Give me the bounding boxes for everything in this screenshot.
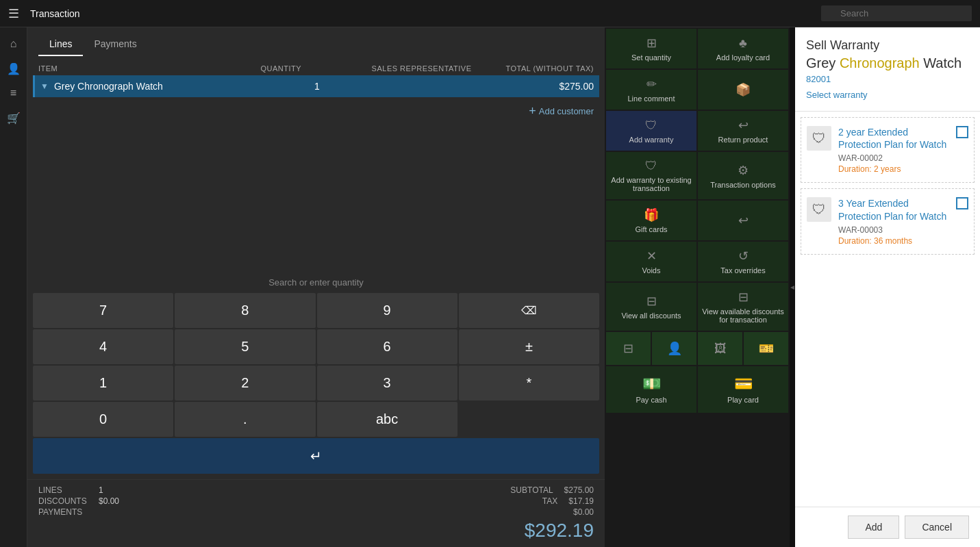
action-row-7: ⊟ View all discounts ⊟ View available di… [606, 283, 788, 331]
panel-divider[interactable]: ◄ [790, 27, 795, 547]
sidebar-home-icon[interactable]: ⌂ [3, 33, 25, 55]
numpad-5[interactable]: 5 [175, 329, 315, 364]
discounts-label: DISCOUNTS [38, 496, 93, 506]
numpad-9[interactable]: 9 [317, 293, 457, 328]
tax-overrides-icon: ↺ [738, 249, 749, 264]
left-sidebar: ⌂ 👤 ≡ 🛒 [0, 27, 27, 547]
warranty-checkbox-2[interactable] [956, 197, 968, 209]
add-customer-button[interactable]: + Add customer [33, 99, 599, 124]
col-total: TOTAL (WITHOUT TAX) [483, 64, 594, 73]
package-icon: 📦 [736, 82, 751, 97]
action-row-5: 🎁 Gift cards ↩ [606, 201, 788, 240]
add-warranty-existing-icon: 🛡 [645, 159, 657, 173]
return-product-button[interactable]: ↩ Return product [698, 111, 788, 151]
col-sales-rep: SALES REPRESENTATIVE [372, 64, 483, 73]
numpad-abc[interactable]: abc [317, 402, 457, 437]
tax-overrides-button[interactable]: ↺ Tax overrides [698, 242, 788, 281]
numpad-2[interactable]: 2 [175, 366, 315, 400]
numpad-plusminus[interactable]: ± [459, 329, 599, 364]
table-row[interactable]: ▼ Grey Chronograph Watch 1 $275.00 [33, 75, 599, 97]
sidebar-list-icon[interactable]: ≡ [3, 82, 25, 104]
warranty-duration-2: Duration: 36 months [838, 236, 949, 246]
numpad-star[interactable]: * [459, 366, 599, 400]
icon-btn-1[interactable]: ⊟ [606, 332, 651, 365]
action-row-6: ✕ Voids ↺ Tax overrides [606, 242, 788, 281]
icon-btn-3[interactable]: 🖼 [698, 332, 742, 365]
pay-card-button[interactable]: 💳 Play card [698, 366, 788, 413]
panel-title: Sell Warranty [806, 38, 969, 53]
gift-cards-button[interactable]: 🎁 Gift cards [606, 201, 696, 240]
warranty-info-1: 2 year Extended Protection Plan for Watc… [838, 126, 949, 174]
sidebar-user-icon[interactable]: 👤 [3, 58, 25, 79]
pay-cash-button[interactable]: 💵 Pay cash [606, 366, 696, 413]
item-price-cell: $275.00 [483, 81, 594, 92]
app-title: Transaction [30, 8, 810, 19]
voids-button[interactable]: ✕ Voids [606, 242, 696, 281]
numpad-6[interactable]: 6 [317, 329, 457, 364]
icon-btn-4[interactable]: 🎫 [744, 332, 788, 365]
warranty-info-2: 3 Year Extended Protection Plan for Watc… [838, 197, 949, 245]
warranty-item-2: 🛡 3 Year Extended Protection Plan for Wa… [801, 188, 975, 254]
voids-icon: ✕ [646, 249, 657, 264]
icon-btn-2[interactable]: 👤 [652, 332, 696, 365]
tab-payments[interactable]: Payments [83, 33, 147, 56]
add-loyalty-card-button[interactable]: ♣ Add loyalty card [698, 29, 788, 68]
sidebar-cart-icon[interactable]: 🛒 [3, 107, 25, 129]
search-input[interactable] [821, 5, 972, 21]
subtotal-label: SUBTOTAL [510, 485, 553, 495]
chevron-down-icon: ▼ [40, 81, 49, 91]
right-panel: Sell Warranty Grey Chronograph Watch 820… [795, 27, 980, 547]
amount-due: $292.19 [318, 520, 594, 542]
right-panel-header: Sell Warranty Grey Chronograph Watch 820… [795, 27, 980, 112]
numpad-0[interactable]: 0 [33, 402, 173, 437]
topbar: ☰ Transaction 🔍 [0, 0, 980, 27]
pay-row: 💵 Pay cash 💳 Play card [606, 366, 788, 413]
add-button[interactable]: Add [848, 516, 899, 539]
numpad-4[interactable]: 4 [33, 329, 173, 364]
numpad-grid: 7 8 9 ⌫ 4 5 6 ± 1 2 3 * 0 . abc ↵ [33, 293, 599, 474]
cancel-button[interactable]: Cancel [905, 516, 969, 539]
action-panel: ⊞ Set quantity ♣ Add loyalty card ✏ Line… [605, 27, 790, 547]
line-comment-button[interactable]: ✏ Line comment [606, 70, 696, 110]
add-warranty-icon: 🛡 [645, 118, 657, 133]
numpad-7[interactable]: 7 [33, 293, 173, 328]
table-header: ITEM QUANTITY SALES REPRESENTATIVE TOTAL… [33, 62, 599, 75]
warranty-checkbox-1[interactable] [956, 126, 968, 138]
view-available-discounts-button[interactable]: ⊟ View available discounts for transacti… [698, 283, 788, 331]
numpad-dot[interactable]: . [175, 402, 315, 437]
numpad-3[interactable]: 3 [317, 366, 457, 400]
set-quantity-button[interactable]: ⊞ Set quantity [606, 29, 696, 68]
warranty-icon-2: 🛡 [807, 197, 831, 222]
numpad-area: Search or enter quantity 7 8 9 ⌫ 4 5 6 ±… [27, 272, 605, 479]
tabs: Lines Payments [27, 27, 605, 56]
menu-icon[interactable]: ☰ [8, 6, 19, 21]
numpad-1[interactable]: 1 [33, 366, 173, 400]
action-row-2: ✏ Line comment 📦 [606, 70, 788, 110]
search-wrap: 🔍 [821, 5, 972, 21]
pay-cash-icon: 💵 [642, 375, 661, 393]
payments-label: PAYMENTS [38, 507, 93, 517]
icon-row: ⊟ 👤 🖼 🎫 [606, 332, 788, 365]
numpad-enter[interactable]: ↵ [33, 438, 599, 474]
lines-label: LINES [38, 485, 93, 495]
transaction-options-button[interactable]: ⚙ Transaction options [698, 152, 788, 199]
view-all-discounts-button[interactable]: ⊟ View all discounts [606, 283, 696, 331]
numpad-label: Search or enter quantity [33, 277, 599, 288]
add-warranty-existing-button[interactable]: 🛡 Add warranty to existing transaction [606, 152, 696, 199]
return-icon-button[interactable]: ↩ [698, 201, 788, 240]
warranty-item-1: 🛡 2 year Extended Protection Plan for Wa… [801, 117, 975, 183]
pay-card-icon: 💳 [734, 375, 753, 393]
action-row-3: 🛡 Add warranty ↩ Return product [606, 111, 788, 151]
available-discounts-icon: ⊟ [738, 290, 749, 305]
numpad-backspace[interactable]: ⌫ [459, 293, 599, 328]
select-warranty-label: Select warranty [806, 90, 969, 100]
numpad-8[interactable]: 8 [175, 293, 315, 328]
add-warranty-button[interactable]: 🛡 Add warranty [606, 111, 696, 151]
package-button[interactable]: 📦 [698, 70, 788, 110]
order-area: ITEM QUANTITY SALES REPRESENTATIVE TOTAL… [27, 56, 605, 272]
right-panel-footer: Add Cancel [795, 507, 980, 547]
tab-lines[interactable]: Lines [38, 33, 83, 56]
payments-footer-value: $0.00 [573, 507, 594, 517]
set-quantity-icon: ⊞ [646, 36, 657, 51]
line-comment-icon: ✏ [646, 77, 657, 92]
